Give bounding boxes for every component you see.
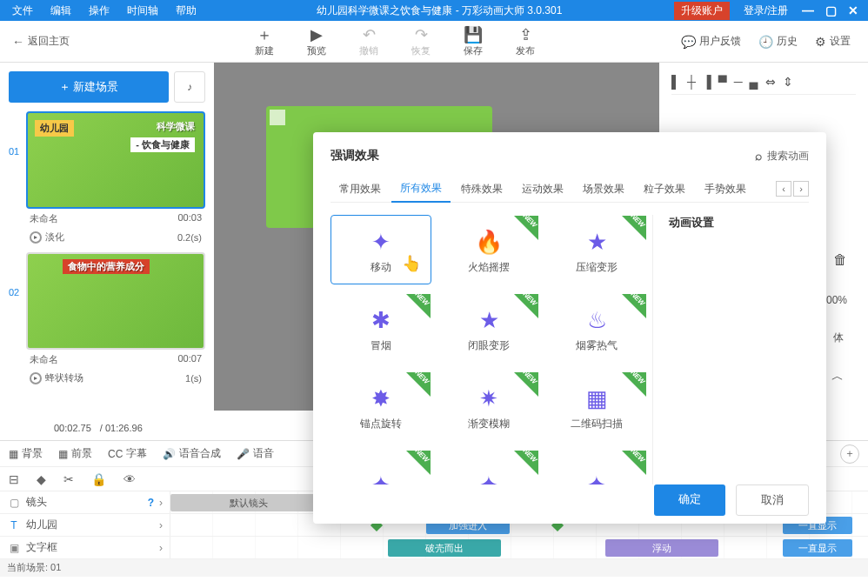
new-badge-icon	[622, 372, 646, 397]
effect-label: 二维码扫描	[571, 417, 623, 431]
track[interactable]: 破壳而出 浮动 一直显示	[170, 537, 868, 558]
close-icon[interactable]: ✕	[842, 3, 865, 17]
chevron-right-icon[interactable]: ›	[159, 497, 163, 509]
stage-element-icon	[270, 110, 285, 125]
new-scene-button[interactable]: ＋ 新建场景	[9, 71, 169, 103]
tab-tts[interactable]: 🔊语音合成	[163, 446, 221, 461]
cat-gesture[interactable]: 手势效果	[696, 177, 755, 202]
percentage-label: 00%	[826, 294, 847, 306]
publish-button[interactable]: ⇪发布	[499, 25, 551, 57]
effect-item[interactable]: ★闭眼变形	[438, 293, 539, 363]
effect-item[interactable]: ✦	[331, 450, 431, 484]
body-label: 体	[833, 331, 844, 345]
cat-prev-icon[interactable]: ‹	[776, 181, 791, 197]
effect-icon: ★	[587, 225, 607, 260]
clip-default-lens[interactable]: 默认镜头	[170, 494, 327, 511]
tab-background[interactable]: ▦背景	[9, 446, 43, 461]
clip-show2[interactable]: 一直显示	[783, 539, 852, 557]
cut-icon[interactable]: ✂	[63, 472, 74, 486]
menu-help[interactable]: 帮助	[167, 3, 205, 18]
effect-item[interactable]: ✦移动	[331, 215, 431, 284]
visibility-icon[interactable]: 👁	[124, 472, 136, 486]
align-left-icon[interactable]: ▌	[671, 75, 680, 89]
add-track-button[interactable]: ＋	[840, 444, 859, 464]
distribute-v-icon[interactable]: ⇕	[783, 75, 793, 89]
chevron-right-icon[interactable]: ›	[159, 542, 163, 554]
cat-all[interactable]: 所有效果	[391, 176, 451, 203]
align-middle-icon[interactable]: ─	[734, 75, 743, 89]
tab-voice[interactable]: 🎤语音	[237, 446, 274, 461]
delete-icon[interactable]: 🗑	[833, 252, 847, 268]
scene-thumbnail[interactable]: 幼儿园 科学微课 - 饮食与健康	[26, 111, 205, 209]
scene-item[interactable]: 02 食物中的营养成分 未命名00:07 ▸蜂状转场1(s)	[9, 252, 205, 386]
row-header-text1[interactable]: T 幼儿园 ›	[0, 514, 170, 536]
current-time: 00:02.75	[54, 423, 91, 433]
cat-motion[interactable]: 运动效果	[513, 177, 572, 202]
effects-list[interactable]: ✦移动🔥火焰摇摆★压缩变形✱冒烟★闭眼变形♨烟雾热气✸锚点旋转✷渐变模糊▦二维码…	[331, 215, 652, 484]
undo-button[interactable]: ↶撤销	[343, 25, 395, 57]
search-animations[interactable]: ⌕ 搜索动画	[755, 149, 809, 164]
cat-next-icon[interactable]: ›	[793, 181, 809, 197]
play-trans-icon[interactable]: ▸	[30, 372, 42, 384]
sound-button[interactable]: ♪	[174, 71, 205, 103]
effect-icon: ✦	[371, 467, 391, 484]
upgrade-button[interactable]: 升级账户	[674, 2, 730, 20]
effect-item[interactable]: ★压缩变形	[546, 215, 647, 284]
effect-item[interactable]: ✷渐变模糊	[438, 371, 539, 441]
effect-item[interactable]: ♨烟雾热气	[546, 293, 647, 363]
row-header-lens[interactable]: ▢ 镜头 ? ›	[0, 491, 170, 513]
marker-icon[interactable]: ◆	[37, 472, 46, 486]
scene-thumbnail[interactable]: 食物中的营养成分	[26, 252, 205, 350]
cancel-button[interactable]: 取消	[736, 484, 809, 516]
effect-item[interactable]: ✦	[438, 450, 539, 484]
cat-common[interactable]: 常用效果	[331, 177, 390, 202]
menu-timeline[interactable]: 时间轴	[118, 3, 167, 18]
settings-button[interactable]: ⚙设置	[806, 34, 859, 49]
cat-particle[interactable]: 粒子效果	[635, 177, 694, 202]
back-label: 返回主页	[28, 34, 70, 49]
snap-icon[interactable]: ⊟	[9, 472, 19, 486]
redo-button[interactable]: ↷恢复	[395, 25, 447, 57]
effect-icon: ✦	[479, 467, 498, 484]
effect-item[interactable]: 🔥火焰摇摆	[438, 215, 539, 284]
cat-special[interactable]: 特殊效果	[452, 177, 511, 202]
distribute-h-icon[interactable]: ⇔	[765, 75, 776, 89]
new-button[interactable]: ＋新建	[238, 25, 290, 57]
menu-file[interactable]: 文件	[3, 3, 42, 18]
feedback-button[interactable]: 💬用户反馈	[672, 34, 750, 49]
cat-scene[interactable]: 场景效果	[574, 177, 633, 202]
preview-button[interactable]: ▶预览	[290, 25, 343, 57]
chevron-up-icon[interactable]: ︿	[831, 369, 844, 384]
login-button[interactable]: 登录/注册	[735, 3, 797, 18]
clip-wave[interactable]: 浮动	[605, 539, 718, 557]
new-badge-icon	[622, 294, 646, 318]
minimize-icon[interactable]: —	[797, 3, 819, 17]
play-trans-icon[interactable]: ▸	[30, 231, 42, 244]
effect-item[interactable]: ▦二维码扫描	[546, 371, 647, 441]
help-icon[interactable]: ?	[148, 497, 154, 509]
scene-item[interactable]: 01 幼儿园 科学微课 - 饮食与健康 未命名00:03 ▸淡化0.2(s)	[9, 111, 205, 245]
align-bottom-icon[interactable]: ▄	[750, 75, 758, 89]
align-right-icon[interactable]: ▐	[703, 75, 711, 89]
row-header-textbox[interactable]: ▣ 文字框 ›	[0, 537, 170, 558]
effect-item[interactable]: ✦	[546, 450, 647, 484]
maximize-icon[interactable]: ▢	[819, 3, 842, 17]
transition-name: 淡化	[45, 231, 64, 244]
effect-icon: ★	[479, 304, 499, 338]
align-top-icon[interactable]: ▀	[718, 75, 727, 89]
menu-edit[interactable]: 编辑	[42, 3, 80, 18]
lock-track-icon[interactable]: 🔒	[91, 472, 106, 486]
effect-item[interactable]: ✱冒烟	[331, 293, 431, 363]
tab-subtitle[interactable]: CC字幕	[108, 446, 147, 461]
history-button[interactable]: 🕘历史	[750, 34, 806, 49]
align-center-icon[interactable]: ┼	[687, 75, 696, 89]
effect-label: 压缩变形	[576, 260, 618, 275]
chevron-right-icon[interactable]: ›	[159, 519, 163, 531]
back-home-button[interactable]: ← 返回主页	[0, 34, 82, 49]
clip-breakout[interactable]: 破壳而出	[388, 539, 501, 557]
effect-item[interactable]: ✸锚点旋转	[331, 371, 431, 441]
menu-action[interactable]: 操作	[80, 3, 118, 18]
tab-foreground[interactable]: ▦前景	[58, 446, 92, 461]
save-button[interactable]: 💾保存	[447, 25, 499, 57]
ok-button[interactable]: 确定	[654, 484, 725, 516]
